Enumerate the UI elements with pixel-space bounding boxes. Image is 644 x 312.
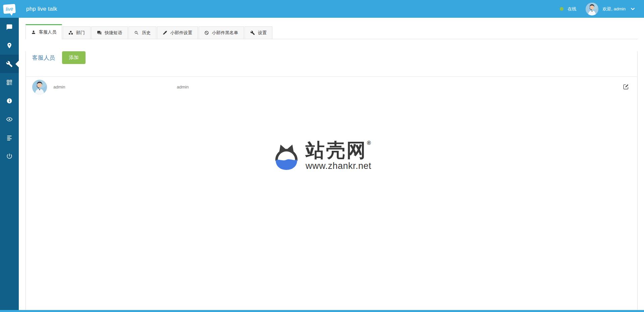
sidebar-item-monitor[interactable] — [0, 110, 19, 128]
ban-icon — [204, 30, 209, 35]
logo-text: live — [5, 6, 13, 12]
tab-history[interactable]: 历史 — [128, 26, 156, 39]
sidebar-item-logs[interactable] — [0, 128, 19, 147]
tab-label: 设置 — [258, 30, 267, 36]
tab-label: 历史 — [142, 30, 151, 36]
sidebar-item-qrcode[interactable] — [0, 73, 19, 91]
tab-settings[interactable]: 设置 — [245, 26, 272, 39]
eye-icon — [6, 116, 13, 123]
chevron-down-icon[interactable] — [630, 6, 635, 11]
app-title: php live talk — [26, 6, 57, 12]
tab-widget-blacklist[interactable]: 小部件黑名单 — [199, 26, 244, 39]
tab-canned-phrases[interactable]: 快捷短语 — [91, 26, 128, 39]
agent-name: admin — [53, 84, 177, 89]
sidebar-item-location[interactable] — [0, 36, 19, 55]
table-row: admin admin — [26, 76, 637, 97]
sidebar-item-chat[interactable] — [0, 18, 19, 36]
location-icon — [6, 42, 13, 49]
app-logo[interactable]: live — [0, 0, 19, 18]
online-status-label: 在线 — [568, 6, 576, 12]
content-panel: 客服人员 添加 admin adm — [25, 51, 638, 312]
avatar-image — [586, 3, 598, 15]
page-title: 客服人员 — [32, 54, 55, 62]
wrench-icon — [250, 30, 255, 35]
welcome-label: 欢迎, admin — [602, 6, 626, 12]
edit-icon — [623, 84, 629, 90]
cubes-icon — [68, 30, 73, 35]
power-icon — [6, 153, 13, 160]
qrcode-icon — [6, 79, 13, 86]
user-avatar[interactable] — [586, 3, 598, 15]
panel-header: 客服人员 添加 — [32, 51, 637, 64]
header-right: 在线 欢迎, admin — [560, 3, 644, 15]
sidebar-item-logout[interactable] — [0, 147, 19, 165]
sidebar-nav — [0, 18, 19, 310]
tab-label: 小部件黑名单 — [212, 30, 238, 36]
agent-username: admin — [177, 84, 623, 89]
wrench-icon — [6, 61, 13, 67]
info-icon — [6, 98, 13, 104]
eyedropper-icon — [163, 30, 167, 35]
add-button[interactable]: 添加 — [62, 51, 86, 64]
edit-button[interactable] — [623, 84, 629, 90]
tab-label: 快捷短语 — [105, 30, 122, 36]
comments-icon — [97, 30, 102, 35]
row-avatar — [32, 80, 47, 95]
search-icon — [134, 30, 139, 35]
online-status-dot-icon — [560, 7, 564, 11]
bottom-accent-bar — [0, 310, 644, 312]
tab-bar: 客服人员 部门 快捷短语 历史 小部件设置 小部件黑名单 设置 — [25, 24, 638, 39]
tab-label: 小部件设置 — [170, 30, 192, 36]
avatar-image — [32, 80, 47, 95]
live-bubble-icon: live — [3, 4, 16, 14]
logs-icon — [6, 134, 13, 141]
sidebar-item-info[interactable] — [0, 91, 19, 110]
tab-label: 部门 — [76, 30, 85, 36]
tab-label: 客服人员 — [39, 29, 56, 35]
chat-icon — [6, 24, 13, 30]
tab-agents[interactable]: 客服人员 — [25, 24, 62, 39]
tab-widget-settings[interactable]: 小部件设置 — [157, 26, 198, 39]
main-area: 客服人员 部门 快捷短语 历史 小部件设置 小部件黑名单 设置 客服人员 — [19, 18, 644, 310]
user-icon — [31, 30, 36, 35]
tab-departments[interactable]: 部门 — [63, 26, 91, 39]
sidebar-item-tools-active[interactable] — [0, 55, 19, 73]
agents-list: admin admin — [26, 76, 637, 97]
app-header: live php live talk 在线 欢迎, admin — [0, 0, 644, 18]
